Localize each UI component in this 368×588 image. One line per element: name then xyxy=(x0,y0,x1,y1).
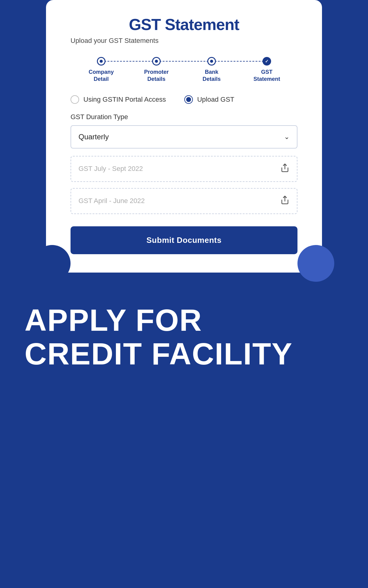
bottom-heading-line1: APPLY FOR xyxy=(25,303,343,337)
page-title: GST Statement xyxy=(71,0,297,37)
gst-duration-value: Quarterly xyxy=(79,133,109,141)
bottom-heading-line2: CREDIT FACILITY xyxy=(25,337,343,371)
main-card: GST Statement Upload your GST Statements… xyxy=(46,0,322,273)
step-connector-3 xyxy=(212,61,267,62)
radio-upload[interactable]: Upload GST xyxy=(184,95,234,104)
step-company: CompanyDetail xyxy=(74,57,129,83)
page-subtitle: Upload your GST Statements xyxy=(71,37,297,45)
chevron-down-icon: ⌄ xyxy=(284,133,289,141)
step-dot-bank xyxy=(210,60,213,63)
step-circle-company xyxy=(97,57,105,66)
checkmark-icon: ✓ xyxy=(265,59,269,64)
step-label-company: CompanyDetail xyxy=(89,69,114,83)
step-connector-2 xyxy=(156,61,212,62)
step-circle-promoter xyxy=(152,57,161,66)
upload-field-gst2[interactable]: GST April - June 2022 xyxy=(71,188,297,214)
step-label-promoter: PromoterDetails xyxy=(144,69,169,83)
step-connector-1 xyxy=(101,61,156,62)
decorative-circle-left xyxy=(34,245,71,282)
step-label-gst: GSTStatement xyxy=(253,69,280,83)
step-dot-company xyxy=(100,60,103,63)
upload-icon-gst2 xyxy=(280,195,289,207)
step-circle-gst: ✓ xyxy=(263,57,271,66)
stepper: CompanyDetail PromoterDetails Bank xyxy=(71,57,297,83)
radio-inner-upload xyxy=(186,97,191,102)
upload-icon-gst1 xyxy=(280,163,289,175)
upload-placeholder-gst1: GST July - Sept 2022 xyxy=(79,165,143,173)
radio-outer-upload[interactable] xyxy=(184,95,193,104)
radio-label-upload: Upload GST xyxy=(197,96,234,104)
radio-gstin[interactable]: Using GSTIN Portal Access xyxy=(71,95,166,104)
radio-outer-gstin[interactable] xyxy=(71,95,79,104)
bottom-section: APPLY FOR CREDIT FACILITY xyxy=(0,273,368,395)
upload-field-gst1[interactable]: GST July - Sept 2022 xyxy=(71,156,297,182)
upload-placeholder-gst2: GST April - June 2022 xyxy=(79,197,145,205)
radio-group: Using GSTIN Portal Access Upload GST xyxy=(71,95,297,104)
gst-duration-select[interactable]: Quarterly ⌄ xyxy=(71,125,297,149)
submit-button[interactable]: Submit Documents xyxy=(71,226,297,254)
radio-label-gstin: Using GSTIN Portal Access xyxy=(83,96,166,104)
step-label-bank: BankDetails xyxy=(202,69,220,83)
step-dot-promoter xyxy=(155,60,158,63)
gst-duration-label: GST Duration Type xyxy=(71,113,297,121)
decorative-circle-right xyxy=(297,245,334,282)
step-circle-bank xyxy=(207,57,216,66)
